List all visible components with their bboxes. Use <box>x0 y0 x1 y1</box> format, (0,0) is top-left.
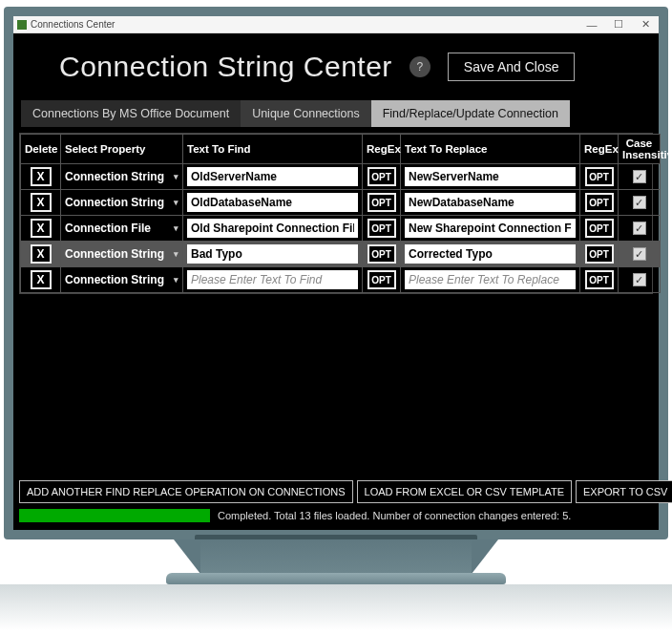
footer-button-row: ADD ANOTHER FIND REPLACE OPERATION ON CO… <box>19 480 653 503</box>
property-value: Connection File <box>65 222 151 235</box>
property-dropdown[interactable]: Connection String▾ <box>65 170 178 183</box>
status-text: Completed. Total 13 files loaded. Number… <box>218 510 571 521</box>
regex-find-button[interactable]: OPT <box>368 167 396 186</box>
delete-row-button[interactable]: X <box>31 270 52 289</box>
export-csv-button[interactable]: EXPORT TO CSV <box>576 480 672 503</box>
text-to-find-input[interactable] <box>187 219 358 238</box>
col-delete: Delete <box>21 135 61 164</box>
chevron-down-icon: ▾ <box>174 198 178 207</box>
app-body: Connection String Center ? Save And Clos… <box>13 33 659 530</box>
app-icon <box>17 20 27 30</box>
chevron-down-icon: ▾ <box>174 249 178 259</box>
tab-find-replace-update[interactable]: Find/Replace/Update Connection <box>371 100 570 127</box>
window-titlebar: Connections Center — ☐ ✕ <box>13 16 659 33</box>
header-row: Delete Select Property Text To Find RegE… <box>21 135 661 164</box>
regex-find-button[interactable]: OPT <box>368 270 396 289</box>
col-text-to-find: Text To Find <box>183 135 363 164</box>
delete-row-button[interactable]: X <box>31 244 52 264</box>
text-to-replace-input[interactable] <box>405 167 576 186</box>
text-to-replace-input[interactable] <box>405 193 576 212</box>
text-to-find-input[interactable] <box>187 167 358 186</box>
table-row: XConnection String▾OPTOPT✓ <box>21 267 661 293</box>
tab-connections-by-document[interactable]: Connections By MS Office Document <box>21 100 241 127</box>
text-to-find-input[interactable] <box>187 193 358 212</box>
case-insensitive-checkbox[interactable]: ✓ <box>633 196 646 209</box>
col-regex-find: RegEx <box>363 135 401 164</box>
delete-row-button[interactable]: X <box>31 193 52 212</box>
regex-replace-button[interactable]: OPT <box>585 167 614 186</box>
property-value: Connection String <box>65 273 164 286</box>
case-insensitive-checkbox[interactable]: ✓ <box>633 273 646 286</box>
chevron-down-icon: ▾ <box>174 223 178 233</box>
screen: Connections Center — ☐ ✕ Connection Stri… <box>13 16 659 530</box>
property-dropdown[interactable]: Connection String▾ <box>65 196 178 209</box>
monitor-bezel: Connections Center — ☐ ✕ Connection Stri… <box>4 7 668 539</box>
maximize-button[interactable]: ☐ <box>605 16 632 33</box>
table-row: XConnection String▾OPTOPT✓ <box>21 190 661 216</box>
delete-row-button[interactable]: X <box>31 219 52 238</box>
text-to-replace-input[interactable] <box>405 244 576 264</box>
chevron-down-icon: ▾ <box>174 172 178 181</box>
regex-replace-button[interactable]: OPT <box>585 219 614 238</box>
text-to-find-input[interactable] <box>187 244 358 264</box>
col-text-to-replace: Text To Replace <box>401 135 580 164</box>
property-value: Connection String <box>65 196 164 209</box>
case-insensitive-checkbox[interactable]: ✓ <box>633 222 646 235</box>
property-dropdown[interactable]: Connection String▾ <box>65 247 178 261</box>
load-template-button[interactable]: LOAD FROM EXCEL OR CSV TEMPLATE <box>357 480 572 503</box>
header: Connection String Center ? Save And Clos… <box>17 37 655 100</box>
tab-bar: Connections By MS Office Document Unique… <box>17 100 655 127</box>
help-icon[interactable]: ? <box>410 56 430 77</box>
text-to-replace-input[interactable] <box>405 219 576 238</box>
spacer <box>17 294 655 478</box>
window-controls: — ☐ ✕ <box>578 16 659 33</box>
table-row: XConnection File▾OPTOPT✓ <box>21 216 661 242</box>
desk-reflection <box>0 584 672 630</box>
table-row: XConnection String▾OPTOPT✓ <box>21 164 661 190</box>
table-row: XConnection String▾OPTOPT✓ <box>21 242 661 267</box>
page-title: Connection String Center <box>59 51 392 83</box>
regex-find-button[interactable]: OPT <box>368 193 396 212</box>
col-select-property: Select Property <box>61 135 183 164</box>
regex-replace-button[interactable]: OPT <box>585 244 614 264</box>
text-to-find-input[interactable] <box>187 270 358 289</box>
grid-table: Delete Select Property Text To Find RegE… <box>20 134 661 293</box>
regex-replace-button[interactable]: OPT <box>585 193 614 212</box>
window-title: Connections Center <box>31 19 115 30</box>
col-case-insensitive: Case Insensitive <box>619 135 661 164</box>
delete-row-button[interactable]: X <box>31 167 52 186</box>
progress-bar <box>19 509 210 522</box>
property-dropdown[interactable]: Connection File▾ <box>65 222 178 235</box>
property-value: Connection String <box>65 247 164 261</box>
case-insensitive-checkbox[interactable]: ✓ <box>633 170 646 183</box>
col-regex-replace: RegEx <box>580 135 619 164</box>
regex-find-button[interactable]: OPT <box>368 244 396 264</box>
regex-find-button[interactable]: OPT <box>368 219 396 238</box>
close-window-button[interactable]: ✕ <box>632 16 659 33</box>
monitor-stand-neck <box>200 539 472 574</box>
minimize-button[interactable]: — <box>578 16 605 33</box>
save-and-close-button[interactable]: Save And Close <box>448 53 576 81</box>
find-replace-grid: Delete Select Property Text To Find RegE… <box>19 133 653 294</box>
tab-unique-connections[interactable]: Unique Connections <box>241 100 371 127</box>
footer: ADD ANOTHER FIND REPLACE OPERATION ON CO… <box>17 478 655 526</box>
property-dropdown[interactable]: Connection String▾ <box>65 273 178 286</box>
chevron-down-icon: ▾ <box>174 275 178 285</box>
property-value: Connection String <box>65 170 164 183</box>
case-insensitive-checkbox[interactable]: ✓ <box>633 247 646 261</box>
status-bar: Completed. Total 13 files loaded. Number… <box>19 507 653 524</box>
regex-replace-button[interactable]: OPT <box>585 270 614 289</box>
monitor-stand-base <box>166 573 506 584</box>
add-operation-button[interactable]: ADD ANOTHER FIND REPLACE OPERATION ON CO… <box>19 480 353 503</box>
text-to-replace-input[interactable] <box>405 270 576 289</box>
